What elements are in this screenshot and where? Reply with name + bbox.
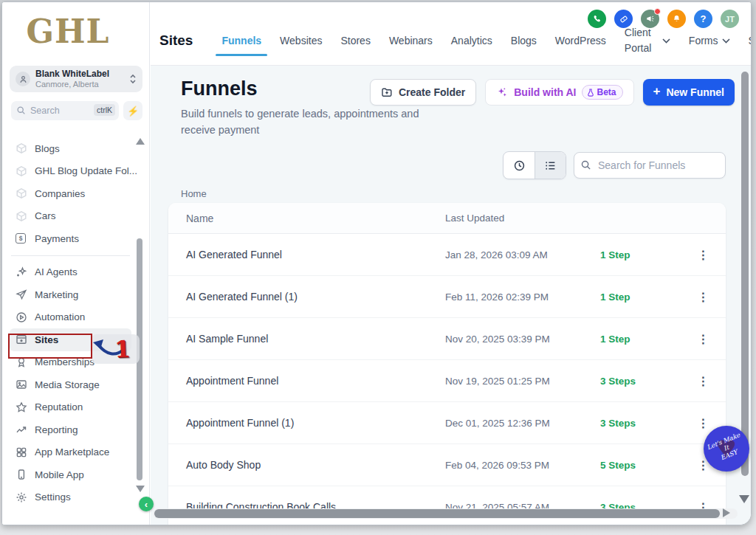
kebab-icon: ⋮ xyxy=(698,249,710,261)
page-actions: Create Folder Build with AI Beta + New F… xyxy=(370,79,735,106)
tab-wordpress[interactable]: WordPress xyxy=(555,35,606,46)
new-funnel-button[interactable]: + New Funnel xyxy=(643,79,735,106)
sidebar-item-app-marketplace[interactable]: App Marketplace xyxy=(10,441,131,464)
sidebar-item-media-storage[interactable]: Media Storage xyxy=(10,373,131,396)
quick-actions-button[interactable]: ⚡ xyxy=(123,101,142,120)
funnel-steps: 1 Step xyxy=(600,291,681,303)
funnel-name[interactable]: Appointment Funnel (1) xyxy=(168,417,445,429)
table-row[interactable]: Appointment Funnel Nov 19, 2025 01:25 PM… xyxy=(168,360,726,402)
tab-analytics[interactable]: Analytics xyxy=(451,35,492,46)
funnel-steps: 3 Steps xyxy=(600,418,681,429)
sidebar-item-label: Mobile App xyxy=(35,469,84,480)
sparkles-icon xyxy=(496,86,508,98)
search-icon xyxy=(16,106,26,115)
list-toolbar xyxy=(503,151,726,179)
sidebar-item-payments[interactable]: $ Payments xyxy=(10,227,131,250)
create-folder-button[interactable]: Create Folder xyxy=(370,79,476,106)
tab-forms[interactable]: Forms xyxy=(689,35,730,46)
tab-webinars[interactable]: Webinars xyxy=(389,35,433,46)
sidebar-item-blogs[interactable]: Blogs xyxy=(10,137,131,160)
sidebar-item-label: Memberships xyxy=(35,356,94,367)
account-switcher[interactable]: Blank WhiteLabel Canmore, Alberta xyxy=(10,66,142,92)
table-row[interactable]: AI Generated Funnel Jan 28, 2026 03:09 A… xyxy=(168,234,726,276)
sidebar-item-reporting[interactable]: Reporting xyxy=(10,418,131,441)
tab-websites[interactable]: Websites xyxy=(280,35,322,46)
kebab-icon: ⋮ xyxy=(698,417,710,429)
play-circle-icon xyxy=(16,311,27,323)
funnel-name[interactable]: Appointment Funnel xyxy=(168,375,445,387)
breadcrumb[interactable]: Home xyxy=(181,188,207,199)
funnel-search-input[interactable] xyxy=(574,152,726,179)
annotation-step-number: 1 xyxy=(114,336,131,363)
tab-surveys[interactable]: Surveys xyxy=(749,35,752,46)
table-row[interactable]: Appointment Funnel (1) Dec 01, 2025 12:3… xyxy=(168,402,726,444)
sidebar-item-cars[interactable]: Cars xyxy=(10,205,131,228)
rewards-button[interactable] xyxy=(614,10,633,28)
sidebar-search: ctrlK xyxy=(11,101,119,120)
kebab-icon: ⋮ xyxy=(698,375,710,387)
tab-stores[interactable]: Stores xyxy=(340,35,370,46)
tab-blogs[interactable]: Blogs xyxy=(511,35,537,46)
sidebar-collapse-button[interactable]: ‹ xyxy=(139,497,154,511)
horizontal-scroll-right-arrow[interactable] xyxy=(723,508,730,517)
page-title: Funnels xyxy=(181,77,258,100)
sidebar-nav: Blogs GHL Blog Update Fol... Companies C… xyxy=(10,137,131,508)
sidebar-item-settings[interactable]: Settings xyxy=(10,486,131,509)
table-row[interactable]: Building Construction Book Calls Nov 21,… xyxy=(168,486,726,525)
horizontal-scrollbar-thumb[interactable] xyxy=(154,509,720,518)
ai-sparkle-icon xyxy=(16,266,27,278)
sidebar-item-automation[interactable]: Automation xyxy=(10,306,131,329)
gear-icon xyxy=(16,491,27,503)
table-row[interactable]: AI Generated Funnel (1) Feb 11, 2026 02:… xyxy=(168,276,726,318)
funnel-name[interactable]: Auto Body Shop xyxy=(168,459,445,471)
sidebar-item-label: Reputation xyxy=(35,401,83,413)
build-with-ai-button[interactable]: Build with AI Beta xyxy=(485,79,633,106)
sidebar-scroll-up-arrow[interactable] xyxy=(136,138,145,145)
sidebar-scroll-down-arrow[interactable] xyxy=(136,486,145,492)
sidebar-item-companies[interactable]: Companies xyxy=(10,182,131,205)
notifications-button[interactable] xyxy=(667,10,686,28)
row-menu-button[interactable]: ⋮ xyxy=(681,248,726,262)
kebab-icon: ⋮ xyxy=(698,291,710,303)
sidebar-item-ghl-blog-update[interactable]: GHL Blog Update Fol... xyxy=(10,160,131,183)
row-menu-button[interactable]: ⋮ xyxy=(681,374,726,388)
account-location: Canmore, Alberta xyxy=(35,80,109,89)
sidebar-item-mobile-app[interactable]: Mobile App xyxy=(10,463,131,486)
sidebar-item-label: Reporting xyxy=(35,424,78,435)
funnel-last-updated: Jan 28, 2026 03:09 AM xyxy=(445,249,600,260)
table-row[interactable]: Auto Body Shop Feb 04, 2026 09:53 PM 5 S… xyxy=(168,444,726,486)
cube-icon xyxy=(16,165,27,177)
recents-view-button[interactable] xyxy=(504,152,535,179)
funnel-last-updated: Nov 20, 2025 03:39 PM xyxy=(445,334,600,345)
table-header: Name Last Updated xyxy=(168,203,726,234)
tab-client-portal[interactable]: Client Portal xyxy=(625,25,670,56)
funnel-steps: 5 Steps xyxy=(600,460,681,471)
help-button[interactable]: ? xyxy=(694,10,712,28)
funnel-name[interactable]: AI Sample Funnel xyxy=(168,333,445,345)
send-icon xyxy=(16,289,27,300)
row-menu-button[interactable]: ⋮ xyxy=(681,290,726,304)
funnel-name[interactable]: AI Generated Funnel xyxy=(168,249,445,260)
lets-make-it-easy-badge[interactable]: ♥ Let's Make It EASY xyxy=(704,426,749,472)
row-menu-button[interactable]: ⋮ xyxy=(681,332,726,346)
list-view-button[interactable] xyxy=(535,152,566,179)
sidebar-item-ai-agents[interactable]: AI Agents xyxy=(10,261,131,284)
tab-funnels[interactable]: Funnels xyxy=(221,35,261,46)
sidebar-item-label: Blogs xyxy=(35,143,60,154)
phone-button[interactable] xyxy=(588,10,606,28)
browser-icon xyxy=(16,334,27,345)
announcements-button[interactable] xyxy=(641,10,659,28)
table-row[interactable]: AI Sample Funnel Nov 20, 2025 03:39 PM 1… xyxy=(168,318,726,360)
funnel-name[interactable]: AI Generated Funnel (1) xyxy=(168,291,445,303)
vertical-scroll-down-arrow[interactable] xyxy=(739,495,749,503)
avatar[interactable]: JT xyxy=(721,10,739,28)
grid-icon xyxy=(16,446,27,458)
sidebar-divider xyxy=(11,255,130,256)
sidebar-item-reputation[interactable]: Reputation xyxy=(10,396,131,419)
sidebar-item-marketing[interactable]: Marketing xyxy=(10,283,131,306)
horizontal-scrollbar-track[interactable] xyxy=(153,508,738,519)
vertical-scrollbar-thumb[interactable] xyxy=(741,72,749,476)
view-toggle xyxy=(503,151,566,179)
phone-icon xyxy=(592,14,602,24)
sidebar-item-label: Payments xyxy=(35,233,79,244)
